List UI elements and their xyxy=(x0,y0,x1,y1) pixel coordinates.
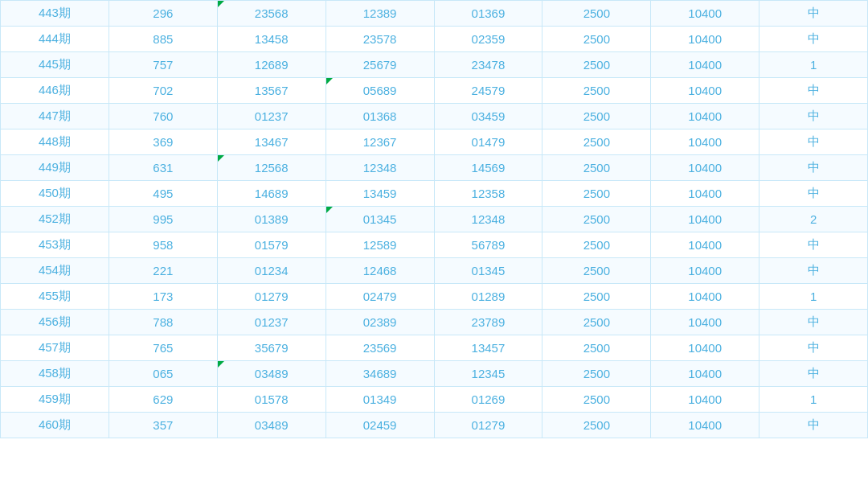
table-cell: 296 xyxy=(108,1,217,27)
table-cell: 10400 xyxy=(651,361,760,387)
table-cell: 25679 xyxy=(326,52,434,78)
table-cell: 1 xyxy=(760,52,868,78)
table-cell: 01578 xyxy=(217,387,326,413)
table-cell: 23568 xyxy=(217,1,326,27)
table-row: 445期7571268925679234782500104001 xyxy=(1,52,868,78)
table-cell: 01345 xyxy=(326,207,434,232)
table-cell: 457期 xyxy=(1,335,109,361)
table-cell: 2500 xyxy=(542,181,651,207)
table-cell: 1 xyxy=(760,387,868,413)
table-cell: 02479 xyxy=(326,284,434,310)
table-cell: 12389 xyxy=(326,1,434,27)
table-cell: 2500 xyxy=(542,361,651,387)
table-cell: 02459 xyxy=(326,413,434,438)
table-cell: 10400 xyxy=(651,284,760,310)
table-cell: 449期 xyxy=(1,155,109,181)
table-cell: 01479 xyxy=(434,129,542,155)
table-cell: 23578 xyxy=(326,27,434,52)
table-cell: 12689 xyxy=(217,52,326,78)
table-cell: 458期 xyxy=(1,361,109,387)
table-cell: 01349 xyxy=(326,387,434,413)
table-row: 449期631125681234814569250010400中 xyxy=(1,155,868,181)
table-cell: 10400 xyxy=(651,232,760,258)
table-cell: 452期 xyxy=(1,207,109,232)
table-cell: 995 xyxy=(108,207,217,232)
table-row: 446期702135670568924579250010400中 xyxy=(1,78,868,104)
table-cell: 10400 xyxy=(651,181,760,207)
table-cell: 10400 xyxy=(651,104,760,129)
table-cell: 2500 xyxy=(542,284,651,310)
table-cell: 12589 xyxy=(326,232,434,258)
table-cell: 中 xyxy=(760,155,868,181)
table-cell: 446期 xyxy=(1,78,109,104)
table-cell: 10400 xyxy=(651,387,760,413)
table-cell: 2500 xyxy=(542,104,651,129)
table-row: 457期765356792356913457250010400中 xyxy=(1,335,868,361)
table-cell: 631 xyxy=(108,155,217,181)
table-row: 456期788012370238923789250010400中 xyxy=(1,310,868,335)
table-cell: 760 xyxy=(108,104,217,129)
table-cell: 2 xyxy=(760,207,868,232)
table-cell: 12568 xyxy=(217,155,326,181)
table-cell: 2500 xyxy=(542,258,651,284)
table-cell: 中 xyxy=(760,27,868,52)
table-cell: 34689 xyxy=(326,361,434,387)
table-cell: 13459 xyxy=(326,181,434,207)
table-cell: 24579 xyxy=(434,78,542,104)
table-cell: 460期 xyxy=(1,413,109,438)
table-cell: 02359 xyxy=(434,27,542,52)
table-cell: 01368 xyxy=(326,104,434,129)
table-cell: 1 xyxy=(760,284,868,310)
table-cell: 788 xyxy=(108,310,217,335)
table-cell: 448期 xyxy=(1,129,109,155)
table-cell: 01289 xyxy=(434,284,542,310)
table-cell: 01269 xyxy=(434,387,542,413)
table-cell: 01279 xyxy=(217,284,326,310)
table-cell: 629 xyxy=(108,387,217,413)
table-cell: 958 xyxy=(108,232,217,258)
table-cell: 885 xyxy=(108,27,217,52)
table-cell: 中 xyxy=(760,335,868,361)
table-cell: 01345 xyxy=(434,258,542,284)
main-table-container: 443期296235681238901369250010400中444期8851… xyxy=(0,0,868,438)
table-cell: 01369 xyxy=(434,1,542,27)
table-cell: 453期 xyxy=(1,232,109,258)
table-row: 444期885134582357802359250010400中 xyxy=(1,27,868,52)
table-cell: 2500 xyxy=(542,27,651,52)
table-cell: 443期 xyxy=(1,1,109,27)
table-row: 455期1730127902479012892500104001 xyxy=(1,284,868,310)
table-cell: 10400 xyxy=(651,207,760,232)
table-cell: 12348 xyxy=(434,207,542,232)
table-cell: 23789 xyxy=(434,310,542,335)
table-cell: 357 xyxy=(108,413,217,438)
table-cell: 03489 xyxy=(217,361,326,387)
table-cell: 中 xyxy=(760,78,868,104)
table-cell: 35679 xyxy=(217,335,326,361)
table-cell: 01279 xyxy=(434,413,542,438)
table-cell: 10400 xyxy=(651,258,760,284)
table-cell: 454期 xyxy=(1,258,109,284)
table-cell: 13458 xyxy=(217,27,326,52)
table-cell: 02389 xyxy=(326,310,434,335)
table-row: 443期296235681238901369250010400中 xyxy=(1,1,868,27)
table-cell: 01389 xyxy=(217,207,326,232)
table-cell: 173 xyxy=(108,284,217,310)
data-table: 443期296235681238901369250010400中444期8851… xyxy=(0,0,868,438)
table-cell: 369 xyxy=(108,129,217,155)
table-cell: 2500 xyxy=(542,52,651,78)
table-cell: 10400 xyxy=(651,155,760,181)
table-cell: 10400 xyxy=(651,27,760,52)
table-cell: 12468 xyxy=(326,258,434,284)
table-cell: 2500 xyxy=(542,413,651,438)
table-cell: 2500 xyxy=(542,1,651,27)
table-cell: 10400 xyxy=(651,1,760,27)
table-cell: 10400 xyxy=(651,129,760,155)
table-cell: 459期 xyxy=(1,387,109,413)
table-cell: 中 xyxy=(760,1,868,27)
table-cell: 12345 xyxy=(434,361,542,387)
table-cell: 2500 xyxy=(542,129,651,155)
table-cell: 01237 xyxy=(217,310,326,335)
table-cell: 2500 xyxy=(542,78,651,104)
table-cell: 03489 xyxy=(217,413,326,438)
table-cell: 05689 xyxy=(326,78,434,104)
